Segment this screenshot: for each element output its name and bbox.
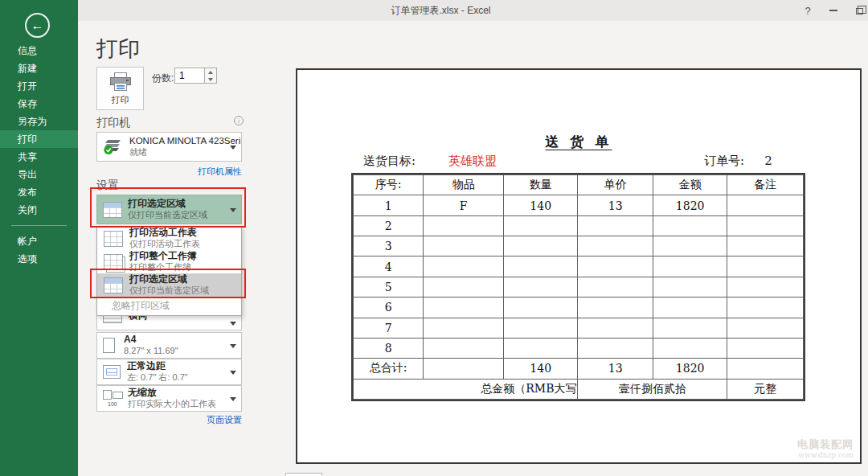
menu-item-print-entire-workbook[interactable]: 打印整个工作簿打印整个工作簿	[97, 250, 241, 273]
print-button[interactable]: 打印	[96, 67, 144, 110]
sidebar-item-share[interactable]: 共享	[0, 148, 78, 166]
table-cell: 8	[354, 338, 424, 358]
table-cell	[504, 338, 578, 358]
table-cell: 1	[354, 195, 424, 215]
table-cell	[727, 359, 804, 379]
page-setup-link[interactable]: 页面设置	[207, 414, 242, 426]
sidebar-item-info[interactable]: 信息	[0, 42, 78, 60]
orientation-icon	[103, 315, 122, 323]
sidebar-menu: 信息新建打开保存另存为打印共享导出发布关闭帐户选项	[0, 42, 78, 268]
menu-item-subtitle: 打印整个工作簿	[129, 262, 197, 273]
paper-size-dropdown[interactable]: A4 8.27" x 11.69"	[96, 332, 242, 359]
printer-properties-link[interactable]: 打印机属性	[198, 166, 242, 178]
sidebar-item-close[interactable]: 关闭	[0, 201, 78, 219]
window-title: 订单管理表.xlsx - Excel	[78, 0, 804, 21]
print-area-dropdown[interactable]: 打印选定区域 仅打印当前选定区域	[96, 195, 242, 224]
sidebar-item-new[interactable]: 新建	[0, 60, 78, 77]
paper-size-title: A4	[124, 334, 178, 346]
scaling-title: 无缩放	[128, 387, 216, 399]
table-cell	[653, 338, 727, 358]
table-row: 7	[354, 318, 804, 338]
table-cell: 13	[578, 195, 653, 215]
sidebar-item-publish[interactable]: 发布	[0, 183, 78, 201]
table-cell	[653, 236, 727, 256]
table-cell: 7	[354, 318, 424, 338]
table-header-cell: 单价	[578, 175, 653, 195]
table-cell	[727, 195, 804, 215]
menu-item-subtitle: 仅打印当前选定区域	[129, 285, 209, 296]
scaling-subtitle: 打印实际大小的工作表	[128, 399, 216, 410]
table-header-cell: 金额	[653, 175, 727, 195]
copies-input[interactable]	[174, 68, 205, 84]
table-cell	[578, 215, 653, 236]
menu-item-ignore-print-area: 忽略打印区域	[97, 297, 241, 315]
table-row: 3	[354, 236, 804, 256]
copies-label: 份数:	[152, 72, 174, 85]
sidebar-item-options[interactable]: 选项	[0, 250, 78, 268]
menu-item-print-active-sheets[interactable]: 打印活动工作表仅打印活动工作表	[97, 227, 241, 250]
menu-item-title: 忽略打印区域	[112, 301, 170, 312]
sheet-icon	[104, 277, 123, 293]
table-cell	[653, 318, 727, 338]
help-button[interactable]: ?	[796, 0, 820, 21]
table-cell	[424, 318, 504, 338]
minimize-button[interactable]	[821, 0, 845, 21]
table-cell	[424, 215, 504, 236]
table-cell	[504, 298, 578, 318]
orientation-dropdown[interactable]: 横向	[96, 315, 242, 330]
table-row: 5	[354, 277, 804, 297]
table-cell: 2	[354, 215, 424, 236]
table-cell	[504, 318, 578, 338]
sidebar-item-export[interactable]: 导出	[0, 166, 78, 183]
table-row: 6	[354, 298, 804, 318]
copies-spinner	[174, 68, 217, 84]
margins-title: 正常边距	[127, 360, 188, 372]
chevron-down-icon	[230, 371, 236, 375]
footer-row: 总金额（RMB大写壹仟捌佰贰拾元整	[354, 379, 804, 399]
table-cell: 元整	[727, 379, 804, 399]
sidebar-item-save[interactable]: 保存	[0, 95, 78, 113]
table-cell	[653, 256, 727, 277]
table-cell	[504, 236, 578, 256]
table-row: 8	[354, 338, 804, 358]
sheet-icon	[104, 254, 123, 270]
restore-button[interactable]	[847, 0, 868, 21]
sidebar-item-save-as[interactable]: 另存为	[0, 113, 78, 130]
table-cell	[578, 236, 653, 256]
sidebar-item-account[interactable]: 帐户	[0, 232, 78, 250]
back-button[interactable]: ←	[25, 13, 50, 38]
print-area-selected-subtitle: 仅打印当前选定区域	[128, 210, 207, 221]
table-header-cell: 物品	[424, 175, 504, 195]
table-cell: 5	[354, 277, 424, 297]
arrow-down-icon	[208, 78, 213, 81]
printer-status-icon	[103, 138, 124, 155]
menu-item-print-selection[interactable]: 打印选定区域仅打印当前选定区域	[97, 273, 241, 297]
spin-down-button[interactable]	[205, 76, 216, 83]
table-header-cell: 数量	[504, 175, 578, 195]
table-cell: 13	[578, 359, 653, 379]
table-cell	[424, 256, 504, 277]
chevron-down-icon	[230, 208, 236, 212]
sidebar-item-print[interactable]: 打印	[0, 130, 78, 148]
sidebar-divider	[11, 225, 67, 226]
table-cell: F	[424, 195, 504, 215]
printer-dropdown[interactable]: KONICA MINOLTA 423Seri... 就绪	[96, 132, 242, 162]
menu-item-subtitle: 仅打印活动工作表	[129, 239, 200, 249]
table-cell	[727, 277, 804, 297]
scaling-dropdown[interactable]: 100 无缩放 打印实际大小的工作表	[96, 385, 242, 412]
printer-status: 就绪	[129, 147, 241, 158]
printer-name: KONICA MINOLTA 423Seri...	[129, 135, 241, 146]
delivery-table: 序号:物品数量单价金额备注1F1401318202345678总合计:14013…	[353, 174, 804, 400]
menu-item-title: 打印活动工作表	[129, 228, 200, 239]
page-icon	[103, 338, 115, 353]
titlebar: 订单管理表.xlsx - Excel ?	[78, 0, 868, 21]
table-cell: 3	[354, 236, 424, 256]
settings-section-header: 设置	[96, 178, 119, 193]
chevron-down-icon	[230, 146, 236, 150]
table-cell	[424, 338, 504, 358]
table-cell	[504, 215, 578, 236]
spin-up-button[interactable]	[205, 68, 216, 76]
margins-dropdown[interactable]: 正常边距 左: 0.7" 右: 0.7"	[96, 359, 242, 385]
sidebar-item-open[interactable]: 打开	[0, 77, 78, 95]
table-header-cell: 备注	[727, 175, 804, 195]
